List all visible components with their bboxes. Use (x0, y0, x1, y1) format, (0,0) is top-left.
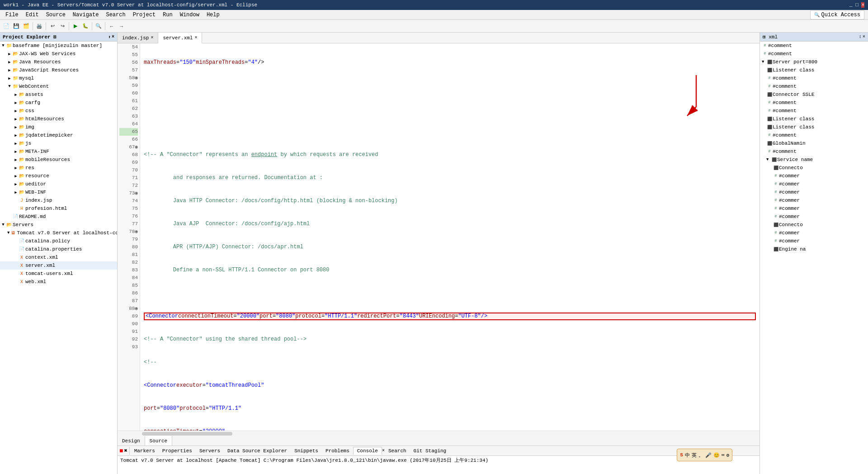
sogou-mic[interactable]: 🎤 (705, 452, 712, 458)
tree-item-metainf[interactable]: ▶ 📂 META-INF (0, 147, 117, 156)
outline-item-listener2[interactable]: ⬛ Listener class (760, 115, 868, 123)
menu-run[interactable]: Run (159, 11, 176, 19)
tree-item-resource[interactable]: ▶ 📂 resource (0, 172, 117, 180)
outline-item-comment5[interactable]: # #comment (760, 99, 868, 107)
tree-item-server-xml[interactable]: X server.xml (0, 261, 117, 270)
tree-item-webcontent[interactable]: ▼ 📁 WebContent (0, 82, 117, 90)
tab-close-indexjsp[interactable]: × (151, 35, 153, 40)
run-button[interactable]: ▶ (71, 22, 80, 31)
outline-item-server[interactable]: ▼ ⬛ Server port=800 (760, 58, 868, 66)
outline-item-commer4[interactable]: # #commer (760, 196, 868, 204)
tab-design[interactable]: Design (118, 436, 145, 446)
tree-item-webinf[interactable]: ▶ 📂 WEB-INF (0, 188, 117, 196)
tab-serverxml[interactable]: server.xml × (158, 33, 202, 43)
save-button[interactable]: 💾 (12, 22, 21, 31)
menu-navigate[interactable]: Navigate (69, 11, 103, 19)
outline-item-listener1[interactable]: ⬛ Listener class (760, 66, 868, 74)
tree-item-jqdatepicker[interactable]: ▶ 📂 jqdatetimepicker (0, 131, 117, 139)
print-button[interactable]: 🖨️ (35, 22, 44, 31)
console-tab-gitstaging[interactable]: Git Staging (410, 447, 450, 455)
outline-item-listener3[interactable]: ⬛ Listener class (760, 123, 868, 131)
menu-project[interactable]: Project (129, 11, 159, 19)
outline-item-connector2[interactable]: ⬛ Connecto (760, 221, 868, 229)
sogou-keyboard[interactable]: ⌨ (722, 452, 725, 458)
sogou-punct[interactable]: 。 (698, 452, 703, 459)
maximize-button[interactable]: □ (855, 2, 859, 8)
tree-item-readmemd[interactable]: 📄 README.md (0, 213, 117, 221)
tree-item-htmlresources[interactable]: ▶ 📂 htmlResources (0, 115, 117, 123)
outline-item-commer3[interactable]: # #commer (760, 188, 868, 196)
console-terminate-icon[interactable]: ■ (119, 447, 123, 455)
menu-source[interactable]: Source (42, 11, 69, 19)
tree-item-js[interactable]: ▶ 📂 js (0, 139, 117, 147)
scroll-thumb[interactable] (142, 432, 232, 436)
tree-item-css[interactable]: ▶ 📂 css (0, 107, 117, 115)
console-tab-properties[interactable]: Properties (159, 447, 196, 455)
tree-item-catalina-policy[interactable]: 📄 catalina.policy (0, 237, 117, 245)
outline-item-comment6[interactable]: # #comment (760, 107, 868, 115)
tree-item-assets[interactable]: ▶ 📂 assets (0, 90, 117, 99)
outline-item-connector-ssle[interactable]: ⬛ Connector SSLE (760, 90, 868, 99)
console-tab-console[interactable]: Console (353, 447, 382, 455)
horizontal-scrollbar[interactable] (118, 431, 760, 436)
console-tab-snippets[interactable]: Snippets (291, 447, 322, 455)
outline-item-service[interactable]: ▼ ⬛ Service name (760, 156, 868, 164)
save-all-button[interactable]: 🗂️ (22, 22, 31, 31)
outline-item-commer7[interactable]: # #commer (760, 229, 868, 237)
tree-item-java[interactable]: ▶ 📂 Java Resources (0, 58, 117, 66)
menu-edit[interactable]: Edit (22, 11, 42, 19)
outline-item-comment2[interactable]: # #comment (760, 50, 868, 58)
outline-close-icon[interactable]: × (863, 34, 865, 39)
outline-item-comment1[interactable]: # #comment (760, 42, 868, 50)
sogou-zh[interactable]: 中 (685, 452, 690, 459)
redo-button[interactable]: ↪ (58, 22, 67, 31)
tree-item-catalina-properties[interactable]: 📄 catalina.properties (0, 245, 117, 253)
tree-item-servers[interactable]: ▼ 📂 Servers (0, 221, 117, 229)
tab-indexjsp[interactable]: index.jsp × (118, 33, 158, 43)
tree-item-mobileresources[interactable]: ▶ 📂 mobileResources (0, 156, 117, 164)
outline-item-commer1[interactable]: # #commer (760, 172, 868, 180)
tree-item-tomcat-users-xml[interactable]: X tomcat-users.xml (0, 270, 117, 278)
debug-button[interactable]: 🐛 (81, 22, 90, 31)
tree-item-tomcat-config[interactable]: ▼ 🖥 Tomcat v7.0 Server at localhost-conf… (0, 229, 117, 237)
menu-help[interactable]: Help (203, 11, 223, 19)
tree-item-img[interactable]: ▶ 📂 img (0, 123, 117, 131)
tree-item-mysql[interactable]: ▶ 📁 mysql (0, 74, 117, 82)
tree-item-carfg[interactable]: ▶ 📂 carfg (0, 99, 117, 107)
undo-button[interactable]: ↩ (48, 22, 57, 31)
outline-item-comment8[interactable]: # #comment (760, 147, 868, 156)
tree-item-profesionhtml[interactable]: H profesion.html (0, 204, 117, 213)
sogou-settings[interactable]: ⚙ (726, 452, 729, 458)
explorer-collapse-icon[interactable]: ⬆ (108, 34, 111, 40)
console-tab-datasource[interactable]: Data Source Explorer (224, 447, 291, 455)
outline-item-connector1[interactable]: ⬛ Connecto (760, 164, 868, 172)
outline-item-commer6[interactable]: # #commer (760, 213, 868, 221)
tab-source[interactable]: Source (145, 436, 173, 446)
menu-window[interactable]: Window (176, 11, 203, 19)
tree-item-jaxws[interactable]: ▶ 📂 JAX-WS Web Services (0, 50, 117, 58)
outline-item-commer8[interactable]: # #commer (760, 237, 868, 245)
tree-item-ueditor[interactable]: ▶ 📂 ueditor (0, 180, 117, 188)
outline-item-comment3[interactable]: # #comment (760, 74, 868, 82)
tree-item-web-xml[interactable]: X web.xml (0, 278, 117, 286)
sogou-emoji[interactable]: 😊 (713, 452, 720, 458)
console-remove-icon[interactable]: ✖ (124, 447, 127, 454)
back-button[interactable]: ← (107, 22, 116, 31)
outline-item-commer2[interactable]: # #commer (760, 180, 868, 188)
outline-item-commer5[interactable]: # #commer (760, 204, 868, 213)
explorer-close-icon[interactable]: × (112, 34, 114, 40)
tree-item-res[interactable]: ▶ 📂 res (0, 164, 117, 172)
console-tab-problems[interactable]: Problems (322, 447, 353, 455)
quick-access-button[interactable]: 🔍 Quick Access (810, 10, 864, 19)
outline-item-globalnam[interactable]: ⬛ GlobalNamin (760, 139, 868, 147)
tree-item-context-xml[interactable]: X context.xml (0, 253, 117, 261)
search-button[interactable]: 🔍 (94, 22, 103, 31)
console-tab-search[interactable]: Search (385, 447, 410, 455)
console-tab-servers[interactable]: Servers (196, 447, 224, 455)
outline-item-engine[interactable]: ⬛ Engine na (760, 245, 868, 253)
outline-collapse-icon[interactable]: ↕ (859, 34, 862, 39)
tab-close-serverxml[interactable]: × (194, 35, 197, 40)
console-tab-markers[interactable]: Markers (131, 447, 159, 455)
code-content[interactable]: maxThreads="150" minSpareThreads="4"/> <… (140, 43, 760, 431)
forward-button[interactable]: → (117, 22, 126, 31)
